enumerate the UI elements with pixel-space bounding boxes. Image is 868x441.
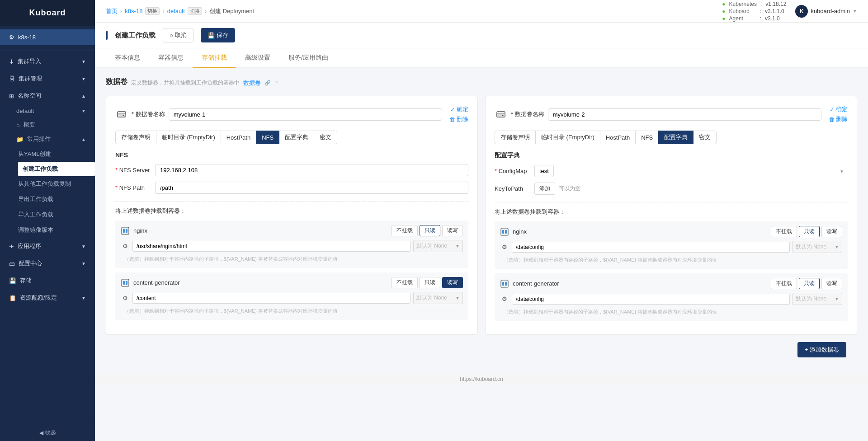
tab-container[interactable]: 容器信息 [149,48,193,68]
user-dropdown-icon: ▼ [853,9,857,14]
sidebar-item-namespace[interactable]: ⊞ 名称空间 ▲ [0,87,95,104]
v2-nginx-name: nginx [513,228,767,235]
sidebar-item-overview[interactable]: ⌂ 概要 [7,117,95,132]
namespace-label: 名称空间 [18,92,78,100]
v1-nginx-readwrite-btn[interactable]: 读写 [442,225,463,236]
v1-tab-pvc[interactable]: 存储卷声明 [115,131,156,144]
breadcrumb-k8s18[interactable]: k8s-18 [125,8,142,14]
v1-tab-nfs[interactable]: NFS [256,131,279,144]
v2-tab-emptydir[interactable]: 临时目录 (EmptyDir) [535,131,600,144]
sidebar-item-app[interactable]: ✈ 应用程序 ▼ [0,238,95,255]
sidebar-item-adjust-image[interactable]: 调整镜像版本 [18,222,95,238]
keytopath-add-btn[interactable]: 添加 [534,183,555,195]
v1-cg-readonly-btn[interactable]: 只读 [420,277,440,288]
volume1-container-nginx: nginx 不挂载 只读 读写 ⚙ [115,220,468,268]
v2-nginx-no-mount-btn[interactable]: 不挂载 [771,226,797,237]
sidebar-collapse-btn[interactable]: ◀ 收起 [0,424,95,441]
v2-tab-configmap[interactable]: 配置字典 [658,131,693,144]
chevron-up-icon: ▲ [81,137,86,142]
tab-service[interactable]: 服务/应用路由 [279,48,337,68]
v2-tab-secret[interactable]: 密文 [693,131,717,144]
v1-nginx-subpath-select[interactable]: 默认为 None ▼ [413,240,463,252]
v2-nginx-path-input[interactable] [512,242,790,253]
tab-basic[interactable]: 基本信息 [106,48,149,68]
volume2-confirm-btn[interactable]: ✓ 确定 [830,105,848,113]
help-icon[interactable]: ? [274,80,278,86]
content-area: 创建工作负载 ○ 取消 💾 保存 基本信息 容器信息 存储挂载 高级设置 服务/… [95,23,868,441]
user-info[interactable]: K kuboard-admin ▼ [795,5,857,18]
v1-nginx-path-input[interactable] [132,241,410,252]
v2-cg-no-mount-btn[interactable]: 不挂载 [771,278,797,289]
cancel-button[interactable]: ○ 取消 [163,28,193,42]
default-switch-tag[interactable]: 切换 [188,7,202,15]
v2-cg-gear-btn[interactable]: ⚙ [500,296,509,302]
v2-nginx-gear-btn[interactable]: ⚙ [500,244,509,250]
nfs-server-input[interactable] [155,164,468,176]
v1-cg-readwrite-btn[interactable]: 读写 [442,277,463,288]
sidebar-item-default[interactable]: default ▼ [7,104,95,117]
optional-text: 可以为空 [559,185,580,192]
v2-tab-nfs[interactable]: NFS [635,131,659,144]
v1-cg-path-input[interactable] [132,293,410,304]
v1-cg-mount-btns: 不挂载 只读 读写 [392,277,463,288]
v2-tab-hostpath[interactable]: HostPath [600,131,636,144]
tab-advanced[interactable]: 高级设置 [236,48,279,68]
v2-cg-path-input[interactable] [512,294,790,305]
breadcrumb-default[interactable]: default [167,8,185,14]
v2-cg-subpath-select[interactable]: 默认为 None ▼ [793,293,842,305]
v2-tab-pvc[interactable]: 存储卷声明 [495,131,536,144]
v1-tab-emptydir[interactable]: 临时目录 (EmptyDir) [156,131,221,144]
sidebar-item-export-workload[interactable]: 导出工作负载 [18,192,95,207]
volume1-delete-btn[interactable]: 🗑 删除 [449,115,468,123]
v2-nginx-readwrite-btn[interactable]: 读写 [821,226,842,237]
breadcrumb-home[interactable]: 首页 [106,7,118,15]
k8s-switch-tag[interactable]: 切换 [145,7,160,15]
volume1-type-tabs: 存储卷声明 临时目录 (EmptyDir) HostPath NFS 配置字典 … [115,131,468,144]
sidebar-item-storage[interactable]: 💾 存储 [0,272,95,289]
v1-nginx-no-mount-btn[interactable]: 不挂载 [392,225,418,236]
v2-nginx-readonly-btn[interactable]: 只读 [799,226,820,237]
v1-cg-no-mount-btn[interactable]: 不挂载 [392,277,418,288]
nfs-path-input[interactable] [155,182,468,194]
sidebar-item-copy-workload[interactable]: 从其他工作负载复制 [18,176,95,192]
volume2-name-row: * 数据卷名称 ✓ 确定 🗑 删除 [495,105,848,123]
v1-nginx-readonly-btn[interactable]: 只读 [420,225,440,236]
sidebar-item-create-workload[interactable]: 创建工作负载 [18,162,95,176]
volume2-delete-btn[interactable]: 🗑 删除 [829,115,848,123]
v1-cg-gear-btn[interactable]: ⚙ [121,295,130,301]
gear-icon: ⚙ [9,34,14,41]
sidebar-item-cluster-import[interactable]: ⬇ 集群导入 ▼ [0,53,95,70]
sidebar-item-common-ops[interactable]: 📁 常用操作 ▲ [7,132,95,146]
tab-storage[interactable]: 存储挂载 [193,48,236,68]
v1-tab-hostpath[interactable]: HostPath [221,131,256,144]
volume2-name-label: * 数据卷名称 [511,110,544,118]
chevron-up-icon: ▲ [81,94,86,99]
sidebar-item-from-yaml[interactable]: 从YAML创建 [18,146,95,162]
v2-nginx-subpath-select[interactable]: 默认为 None ▼ [793,241,842,253]
v1-cg-hint: （选填）挂载到相对于容器内路径的子路径，${VAR_NAME} 将被替换成容器内… [121,307,463,315]
common-ops-label: 常用操作 [27,135,78,143]
svg-rect-8 [126,281,127,285]
sidebar-item-config[interactable]: 🗃 配置中心 ▼ [0,255,95,272]
volume2-name-input[interactable] [548,108,821,121]
volume1-confirm-btn[interactable]: ✓ 确定 [450,105,468,113]
sidebar-item-resource-quota[interactable]: 📋 资源配额/限定 ▼ [0,289,95,306]
sidebar-item-cluster-manage[interactable]: 🗄 集群管理 ▼ [0,70,95,87]
add-volume-button[interactable]: + 添加数据卷 [797,342,846,357]
v2-cg-readonly-btn[interactable]: 只读 [799,278,820,289]
overview-label: 概要 [24,121,35,129]
save-button[interactable]: 💾 保存 [201,28,235,42]
sidebar-item-import-workload[interactable]: 导入工作负载 [18,207,95,222]
v2-cg-readwrite-btn[interactable]: 读写 [821,278,842,289]
import-icon: ⬇ [9,58,14,65]
volume-card-1: * 数据卷名称 ✓ 确定 🗑 删除 [106,96,478,335]
v1-tab-secret[interactable]: 密文 [314,131,337,144]
kuboard-colon: : [760,8,761,14]
v1-nginx-gear-btn[interactable]: ⚙ [121,243,130,249]
volume1-name-input[interactable] [169,108,442,121]
configmap-select[interactable]: test [534,165,554,177]
v1-cg-subpath-select[interactable]: 默认为 None ▼ [413,292,463,304]
v1-tab-configmap[interactable]: 配置字典 [279,131,314,144]
volumes-link[interactable]: 数据卷 [243,79,261,87]
sidebar-item-k8s18[interactable]: ⚙ k8s-18 [0,29,95,45]
